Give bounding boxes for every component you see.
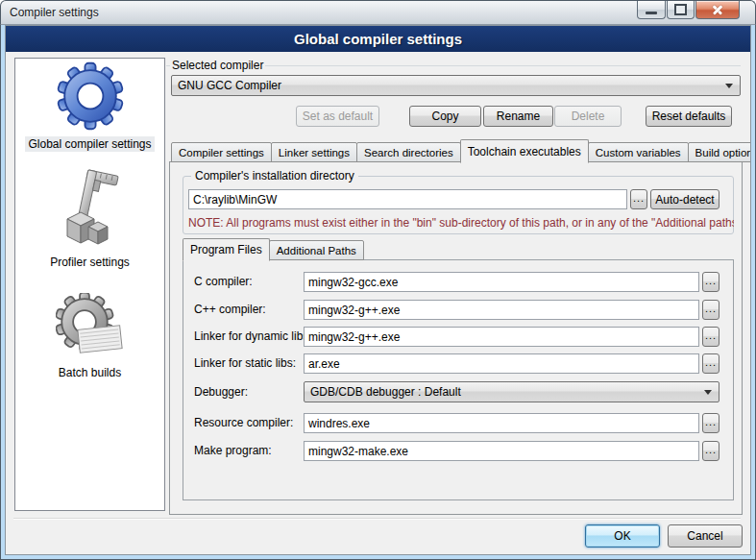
cancel-button[interactable]: Cancel — [668, 524, 743, 548]
tab-linker-settings[interactable]: Linker settings — [271, 142, 357, 162]
settings-tab-strip: Compiler settings Linker settings Search… — [171, 138, 751, 162]
cpp-compiler-input[interactable] — [304, 300, 699, 320]
tab-toolchain-executables[interactable]: Toolchain executables — [460, 139, 589, 163]
group-rule — [265, 65, 741, 66]
close-button[interactable] — [695, 1, 740, 19]
tab-search-directories[interactable]: Search directories — [356, 142, 461, 162]
tab-compiler-settings[interactable]: Compiler settings — [171, 142, 272, 162]
banner: Global compiler settings — [6, 26, 750, 52]
static-linker-input[interactable] — [304, 353, 699, 374]
minimize-icon — [646, 12, 657, 14]
maximize-icon — [674, 4, 687, 15]
tab-additional-paths[interactable]: Additional Paths — [269, 240, 364, 260]
cpp-compiler-label: C++ compiler: — [194, 303, 266, 316]
blue-gear-icon — [55, 61, 126, 132]
dynamic-linker-label: Linker for dynamic libs: — [194, 329, 312, 343]
c-compiler-browse-button[interactable]: ... — [702, 272, 719, 292]
program-files-tab-strip: Program Files Additional Paths — [183, 237, 363, 260]
close-icon — [711, 3, 724, 16]
compiler-select-value: GNU GCC Compiler — [178, 79, 281, 92]
resource-compiler-label: Resource compiler: — [194, 416, 293, 429]
window-title: Compiler settings — [10, 6, 99, 19]
dynamic-linker-input[interactable] — [304, 327, 699, 347]
make-program-browse-button[interactable]: ... — [702, 441, 719, 461]
resource-compiler-browse-button[interactable]: ... — [702, 413, 719, 433]
tab-build-options[interactable]: Build options — [688, 142, 751, 162]
note-text: NOTE: All programs must exist either in … — [188, 216, 734, 230]
copy-button[interactable]: Copy — [409, 106, 481, 127]
chevron-down-icon — [725, 84, 733, 88]
browse-directory-button[interactable]: ... — [630, 189, 647, 209]
selected-compiler-label: Selected compiler — [172, 59, 263, 72]
compiler-select[interactable]: GNU GCC Compiler — [171, 75, 741, 96]
banner-title: Global compiler settings — [294, 31, 462, 47]
dynamic-linker-browse-button[interactable]: ... — [702, 327, 719, 347]
resource-compiler-input[interactable] — [304, 413, 699, 433]
compiler-settings-window: Compiler settings Global compiler settin… — [0, 0, 756, 560]
make-program-label: Make program: — [194, 444, 272, 457]
make-program-input[interactable] — [304, 441, 699, 461]
title-bar[interactable]: Compiler settings — [0, 0, 756, 25]
static-linker-browse-button[interactable]: ... — [702, 353, 719, 374]
window-frame: Global compiler settings — [0, 25, 756, 560]
installation-directory-input[interactable] — [188, 189, 627, 209]
settings-category-list: Global compiler settings — [14, 58, 165, 511]
debugger-select-value: GDB/CDB debugger : Default — [310, 385, 461, 399]
debugger-label: Debugger: — [194, 385, 248, 399]
sidebar-item-profiler-settings[interactable]: Profiler settings — [47, 169, 133, 270]
rename-button[interactable]: Rename — [483, 106, 553, 127]
delete-button: Delete — [554, 106, 622, 127]
program-files-panel — [183, 259, 734, 500]
tab-program-files[interactable]: Program Files — [183, 238, 270, 261]
c-compiler-label: C compiler: — [194, 275, 253, 288]
static-linker-label: Linker for static libs: — [194, 356, 296, 370]
installation-directory-group-label: Compiler's installation directory — [191, 169, 358, 183]
sidebar-item-label: Profiler settings — [47, 255, 133, 270]
sidebar-item-label: Batch builds — [56, 365, 124, 380]
dialog-body: Global compiler settings — [5, 25, 751, 555]
sidebar-item-batch-builds[interactable]: Batch builds — [56, 293, 125, 380]
caliper-icon — [56, 169, 123, 250]
sidebar-item-label: Global compiler settings — [25, 136, 154, 152]
maximize-button[interactable] — [667, 1, 695, 19]
reset-defaults-button[interactable]: Reset defaults — [646, 106, 732, 127]
sidebar-item-global-compiler-settings[interactable]: Global compiler settings — [25, 61, 154, 152]
footer-separator — [13, 518, 741, 520]
set-as-default-button: Set as default — [296, 106, 379, 127]
gray-gear-icon — [56, 293, 125, 360]
minimize-button[interactable] — [637, 1, 666, 19]
chevron-down-icon — [704, 390, 712, 395]
cpp-compiler-browse-button[interactable]: ... — [702, 300, 719, 320]
tab-custom-variables[interactable]: Custom variables — [588, 142, 689, 162]
group-rule — [166, 65, 170, 66]
c-compiler-input[interactable] — [304, 272, 699, 292]
auto-detect-button[interactable]: Auto-detect — [650, 189, 719, 209]
debugger-select[interactable]: GDB/CDB debugger : Default — [304, 381, 719, 402]
ok-button[interactable]: OK — [585, 524, 660, 548]
